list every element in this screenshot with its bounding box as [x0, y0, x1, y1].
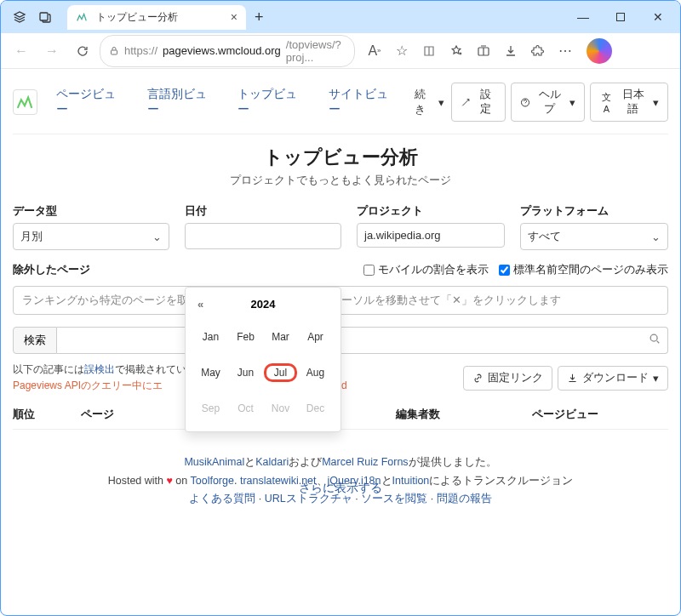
svg-rect-0 — [40, 13, 48, 20]
false-positive-link[interactable]: 誤検出 — [84, 363, 115, 375]
browser-tab[interactable]: トップビュー分析 × — [67, 5, 246, 30]
nav-langview[interactable]: 言語別ビュー — [137, 83, 226, 121]
site-nav: ページビュー 言語別ビュー トップビュー サイトビュー 続き ▾ 設定 ヘルプ … — [13, 77, 668, 134]
col-rank: 順位 — [13, 407, 81, 422]
footer-faq-link[interactable]: よくある質問 — [189, 493, 255, 505]
heart-icon: ♥ — [166, 475, 172, 487]
close-tab-icon[interactable]: × — [231, 10, 237, 24]
new-tab-button[interactable]: + — [255, 9, 264, 26]
datepicker-month-jan[interactable]: Jan — [194, 328, 227, 346]
nav-continue-dropdown[interactable]: 続き ▾ — [409, 83, 450, 121]
tab-title: トップビュー分析 — [96, 10, 178, 25]
site-logo[interactable] — [13, 89, 37, 115]
url-input[interactable]: https://pageviews.wmcloud.org/topviews/?… — [100, 35, 355, 67]
page-footer: MusikAnimalとKaldariおよびMarcel Ruiz Fornsが… — [1, 453, 680, 508]
footer-toolforge-link[interactable]: Toolforge — [191, 475, 234, 487]
svg-point-5 — [650, 334, 657, 341]
page-title: トップビュー分析 — [13, 145, 668, 170]
favorites-collection-icon[interactable] — [444, 38, 469, 64]
page-subtitle: プロジェクトでもっともよく見られたページ — [13, 173, 668, 188]
date-picker-popup: « 2024 JanFebMarAprMayJunJulAugSepOctNov… — [185, 287, 341, 432]
namespace-checkbox[interactable]: 標準名前空間のページのみ表示 — [499, 263, 668, 277]
help-button[interactable]: ヘルプ ▾ — [511, 83, 585, 122]
copilot-icon[interactable] — [587, 38, 612, 64]
back-button[interactable]: ← — [8, 37, 35, 65]
datepicker-month-dec: Dec — [299, 399, 332, 418]
footer-report-link[interactable]: 問題の報告 — [437, 493, 492, 505]
footer-jquery-link[interactable]: jQuery.i18n — [328, 475, 381, 487]
project-label: プロジェクト — [357, 203, 505, 219]
col-views: ページビュー — [532, 407, 668, 422]
datepicker-month-feb[interactable]: Feb — [229, 328, 262, 346]
nav-pageview[interactable]: ページビュー — [46, 83, 135, 121]
permalink-button[interactable]: 固定リンク — [463, 366, 552, 391]
download-button[interactable]: ダウンロード ▾ — [558, 366, 668, 391]
datepicker-month-nov: Nov — [264, 399, 297, 418]
workspaces-icon[interactable] — [13, 10, 26, 24]
lock-icon — [109, 46, 119, 56]
datepicker-month-apr[interactable]: Apr — [299, 328, 332, 346]
maximize-button[interactable] — [602, 4, 639, 30]
tab-actions-icon[interactable] — [38, 10, 52, 24]
datepicker-month-jul[interactable]: Jul — [264, 363, 297, 382]
language-button[interactable]: 文A日本語 ▾ — [590, 83, 668, 122]
search-icon — [649, 333, 661, 348]
datepicker-month-jun[interactable]: Jun — [229, 363, 262, 382]
favicon-icon — [76, 11, 88, 23]
datepicker-month-mar[interactable]: Mar — [264, 328, 297, 346]
footer-kaldari-link[interactable]: Kaldari — [255, 456, 289, 468]
platform-label: プラットフォーム — [520, 203, 668, 219]
datepicker-year[interactable]: 2024 — [251, 298, 276, 311]
footer-url-link[interactable]: URLストラクチャ — [265, 493, 352, 505]
close-window-button[interactable]: ✕ — [639, 4, 677, 30]
window-titlebar: トップビュー分析 × + — ✕ — [1, 1, 680, 33]
settings-button[interactable]: 設定 — [451, 83, 506, 122]
url-path: /topviews/?proj... — [286, 38, 346, 64]
footer-musikanimal-link[interactable]: MusikAnimal — [184, 456, 244, 468]
datepicker-month-aug[interactable]: Aug — [299, 363, 332, 382]
date-input[interactable] — [185, 223, 341, 249]
forward-button: → — [38, 37, 66, 65]
collections-icon[interactable] — [471, 38, 496, 64]
nav-topview[interactable]: トップビュー — [227, 83, 317, 121]
svg-rect-1 — [617, 14, 625, 21]
excluded-label: 除外したページ — [13, 262, 183, 277]
book-icon[interactable] — [416, 38, 442, 64]
platform-select[interactable]: すべて⌄ — [520, 223, 668, 250]
datepicker-month-sep: Sep — [194, 399, 227, 418]
address-bar: ← → https://pageviews.wmcloud.org/topvie… — [1, 33, 680, 69]
datatype-select[interactable]: 月別⌄ — [13, 223, 169, 250]
chevron-down-icon: ⌄ — [152, 231, 162, 243]
minimize-button[interactable]: — — [564, 4, 602, 30]
url-domain: pageviews.wmcloud.org — [163, 44, 281, 57]
datatype-label: データ型 — [13, 203, 169, 219]
refresh-button[interactable] — [69, 37, 96, 65]
search-label: 検索 — [13, 327, 57, 354]
footer-translatewiki-link[interactable]: translatewiki.net — [240, 475, 317, 487]
downloads-icon[interactable] — [498, 38, 524, 64]
chevron-down-icon: ⌄ — [651, 231, 661, 243]
datepicker-month-oct: Oct — [229, 399, 262, 418]
nav-siteview[interactable]: サイトビュー — [318, 83, 408, 121]
extensions-icon[interactable] — [525, 38, 551, 64]
footer-marcel-link[interactable]: Marcel Ruiz Forns — [322, 456, 408, 468]
project-input[interactable]: ja.wikipedia.org — [357, 223, 505, 248]
footer-source-link[interactable]: ソースを閲覧 — [361, 493, 427, 505]
footer-intuition-link[interactable]: Intuition — [392, 475, 430, 487]
read-aloud-icon[interactable]: A» — [362, 38, 387, 64]
svg-rect-2 — [112, 50, 117, 54]
search-input[interactable] — [57, 327, 668, 354]
col-editors: 編集者数 — [396, 407, 532, 422]
datepicker-month-may[interactable]: May — [194, 363, 227, 382]
mobile-ratio-checkbox[interactable]: モバイルの割合を表示 — [363, 263, 489, 277]
date-label: 日付 — [185, 203, 341, 219]
url-protocol: https:// — [124, 44, 157, 57]
datepicker-prev-button[interactable]: « — [197, 298, 203, 311]
chevron-down-icon: ▾ — [438, 96, 444, 109]
more-icon[interactable]: ⋯ — [552, 38, 578, 64]
favorite-icon[interactable]: ☆ — [389, 38, 415, 64]
